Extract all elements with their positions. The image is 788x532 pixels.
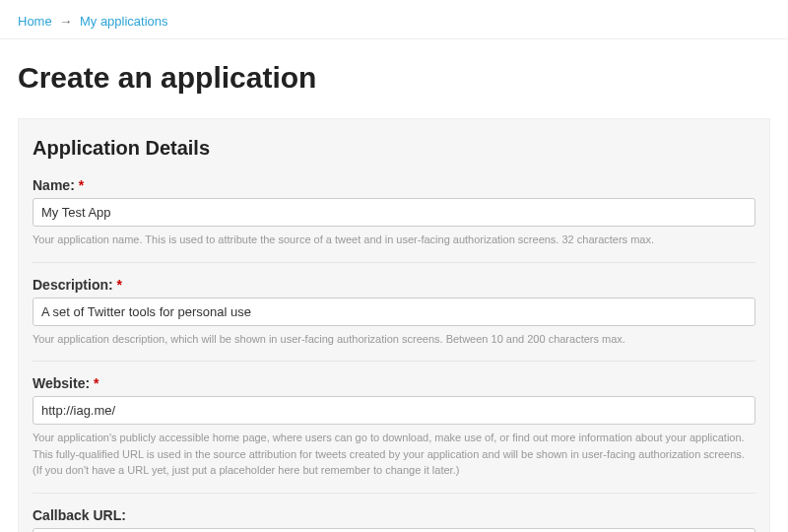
website-label: Website: * bbox=[33, 375, 755, 391]
breadcrumb-my-applications[interactable]: My applications bbox=[80, 14, 168, 29]
page-title: Create an application bbox=[0, 39, 788, 118]
field-callback: Callback URL: Where should we return aft… bbox=[33, 507, 755, 533]
required-mark-icon: * bbox=[117, 277, 122, 293]
required-mark-icon: * bbox=[94, 375, 98, 391]
field-name: Name: * Your application name. This is u… bbox=[33, 177, 755, 263]
application-details-panel: Application Details Name: * Your applica… bbox=[18, 118, 770, 532]
website-help: Your application's publicly accessible h… bbox=[33, 430, 755, 479]
name-label-text: Name: bbox=[33, 177, 75, 193]
website-label-text: Website: bbox=[33, 375, 90, 391]
description-label-text: Description: bbox=[33, 277, 113, 293]
breadcrumb: Home → My applications bbox=[0, 0, 788, 39]
website-help-line2: (If you don't have a URL yet, just put a… bbox=[33, 464, 459, 476]
website-help-line1: Your application's publicly accessible h… bbox=[33, 432, 745, 460]
name-help: Your application name. This is used to a… bbox=[33, 232, 755, 248]
panel-title: Application Details bbox=[33, 137, 755, 160]
description-input[interactable] bbox=[33, 298, 755, 326]
field-description: Description: * Your application descript… bbox=[33, 277, 755, 363]
description-label: Description: * bbox=[33, 277, 755, 293]
field-website: Website: * Your application's publicly a… bbox=[33, 375, 755, 494]
description-help: Your application description, which will… bbox=[33, 331, 755, 348]
callback-label: Callback URL: bbox=[33, 507, 755, 523]
breadcrumb-home[interactable]: Home bbox=[18, 14, 52, 29]
required-mark-icon: * bbox=[79, 177, 84, 193]
breadcrumb-separator-icon: → bbox=[59, 14, 72, 29]
name-label: Name: * bbox=[33, 177, 755, 193]
callback-input[interactable] bbox=[33, 528, 755, 533]
name-input[interactable] bbox=[33, 198, 755, 227]
website-input[interactable] bbox=[33, 396, 755, 425]
